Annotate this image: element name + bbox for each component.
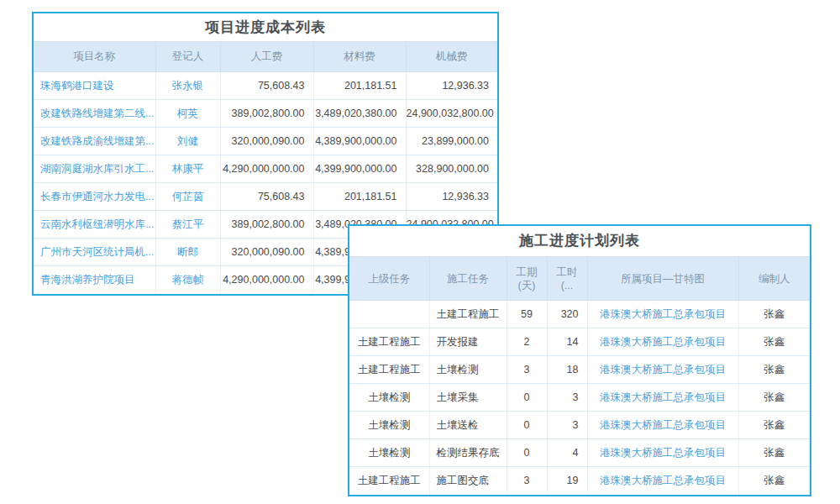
column-header-label: 所属项目—甘特图: [588, 272, 738, 286]
column-header-material-cost: 材料费: [313, 42, 406, 72]
table-row: 改建铁路成渝线增建第... 刘健 320,000,090.00 4,389,90…: [34, 128, 497, 155]
parent-task-cell: [349, 301, 429, 328]
project-gantt-link[interactable]: 港珠澳大桥施工总承包项目: [587, 356, 738, 384]
compiler-cell: 张鑫: [738, 439, 810, 467]
compiler-cell: 张鑫: [738, 384, 810, 412]
project-name-link[interactable]: 云南水利枢纽潜明水库...: [34, 211, 155, 239]
table-row: 改建铁路线增建第二线... 柯英 389,002,800.00 3,489,02…: [34, 100, 497, 128]
compiler-cell: 张鑫: [738, 467, 810, 495]
parent-task-cell: 土建工程施工: [349, 356, 429, 384]
cost-table-header-row: 项目名称 登记人 人工费 材料费 机械费: [34, 42, 497, 72]
project-gantt-link[interactable]: 港珠澳大桥施工总承包项目: [587, 328, 738, 356]
task-name-cell: 施工图交底: [429, 467, 507, 495]
project-name-link[interactable]: 改建铁路线增建第二线...: [34, 100, 155, 128]
task-name-cell: 土壤采集: [429, 384, 507, 412]
registrant-link[interactable]: 柯英: [155, 100, 220, 128]
project-gantt-link[interactable]: 港珠澳大桥施工总承包项目: [587, 412, 738, 439]
machine-cost-value: 328,900,000.00: [406, 155, 497, 183]
labor-cost-value: 389,002,800.00: [220, 100, 313, 128]
labor-cost-value: 389,002,800.00: [220, 211, 313, 239]
schedule-list-title: 施工进度计划列表: [349, 226, 810, 256]
duration-value: 0: [507, 384, 547, 412]
material-cost-value: 3,489,020,380.00: [313, 100, 406, 128]
task-name-cell: 土壤检测: [429, 356, 507, 384]
column-header-label: 工时: [548, 265, 587, 279]
column-header-duration: 工期 (天): [507, 257, 547, 301]
column-header-parent-task: 上级任务: [349, 257, 429, 301]
task-name-cell: 检测结果存底: [429, 439, 507, 467]
column-header-subline: (...: [548, 279, 587, 292]
parent-task-cell: 土壤检测: [349, 384, 429, 412]
compiler-cell: 张鑫: [738, 412, 810, 439]
project-gantt-link[interactable]: 港珠澳大桥施工总承包项目: [587, 301, 738, 328]
hours-value: 320: [547, 301, 587, 328]
labor-cost-value: 320,000,090.00: [220, 239, 313, 266]
duration-value: 0: [507, 439, 547, 467]
labor-cost-value: 75,608.43: [220, 183, 313, 211]
labor-cost-value: 4,290,000,000.00: [220, 266, 313, 294]
column-header-registrant: 登记人: [155, 42, 220, 72]
registrant-link[interactable]: 林康平: [155, 155, 220, 183]
material-cost-value: 4,389,900,000.00: [313, 128, 406, 155]
registrant-link[interactable]: 蔡江平: [155, 211, 220, 239]
duration-value: 3: [507, 356, 547, 384]
registrant-link[interactable]: 断郎: [155, 239, 220, 266]
duration-value: 0: [507, 412, 547, 439]
project-name-link[interactable]: 改建铁路成渝线增建第...: [34, 128, 155, 155]
machine-cost-value: 23,899,000.00: [406, 128, 497, 155]
parent-task-cell: 土壤检测: [349, 412, 429, 439]
hours-value: 18: [547, 356, 587, 384]
duration-value: 59: [507, 301, 547, 328]
registrant-link[interactable]: 何芷茵: [155, 183, 220, 211]
registrant-link[interactable]: 张永银: [155, 72, 220, 100]
registrant-link[interactable]: 刘健: [155, 128, 220, 155]
hours-value: 14: [547, 328, 587, 356]
compiler-cell: 张鑫: [738, 356, 810, 384]
project-gantt-link[interactable]: 港珠澳大桥施工总承包项目: [587, 384, 738, 412]
parent-task-cell: 土建工程施工: [349, 328, 429, 356]
cost-list-title: 项目进度成本列表: [34, 13, 497, 41]
project-name-link[interactable]: 青海洪湖养护院项目: [34, 266, 155, 294]
project-name-link[interactable]: 湖南洞庭湖水库引水工...: [34, 155, 155, 183]
column-header-label: 上级任务: [349, 272, 429, 286]
project-gantt-link[interactable]: 港珠澳大桥施工总承包项目: [587, 439, 738, 467]
material-cost-value: 201,181.51: [313, 183, 406, 211]
table-row: 湖南洞庭湖水库引水工... 林康平 4,290,000,000.00 4,399…: [34, 155, 497, 183]
task-name-cell: 土壤送检: [429, 412, 507, 439]
column-header-labor-cost: 人工费: [220, 42, 313, 72]
duration-value: 3: [507, 467, 547, 495]
compiler-cell: 张鑫: [738, 328, 810, 356]
table-row: 长春市伊通河水力发电... 何芷茵 75,608.43 201,181.51 1…: [34, 183, 497, 211]
column-header-label: 施工任务: [430, 272, 507, 286]
table-row: 土壤检测 土壤送检 0 3 港珠澳大桥施工总承包项目 张鑫: [349, 412, 810, 439]
parent-task-cell: 土建工程施工: [349, 467, 429, 495]
table-row: 土壤检测 土壤采集 0 3 港珠澳大桥施工总承包项目 张鑫: [349, 384, 810, 412]
project-name-link[interactable]: 广州市天河区统计局机...: [34, 239, 155, 266]
hours-value: 4: [547, 439, 587, 467]
compiler-cell: 张鑫: [738, 301, 810, 328]
registrant-link[interactable]: 蒋德帧: [155, 266, 220, 294]
task-name-cell: 开发报建: [429, 328, 507, 356]
table-row: 土建工程施工 59 320 港珠澳大桥施工总承包项目 张鑫: [349, 301, 810, 328]
hours-value: 19: [547, 467, 587, 495]
column-header-project-name: 项目名称: [34, 42, 155, 72]
column-header-task: 施工任务: [429, 257, 507, 301]
column-header-subline: (天): [507, 279, 547, 292]
machine-cost-value: 12,936.33: [406, 183, 497, 211]
project-name-link[interactable]: 珠海鹤港口建设: [34, 72, 155, 100]
column-header-label: 工期: [507, 265, 547, 279]
task-name-cell: 土建工程施工: [429, 301, 507, 328]
schedule-table-header-row: 上级任务 施工任务 工期 (天) 工时 (... 所属项目—甘特图 编制人: [349, 257, 810, 301]
table-row: 土建工程施工 开发报建 2 14 港珠澳大桥施工总承包项目 张鑫: [349, 328, 810, 356]
hours-value: 3: [547, 412, 587, 439]
labor-cost-value: 4,290,000,000.00: [220, 155, 313, 183]
project-name-link[interactable]: 长春市伊通河水力发电...: [34, 183, 155, 211]
column-header-project-gantt: 所属项目—甘特图: [587, 257, 738, 301]
column-header-machine-cost: 机械费: [406, 42, 497, 72]
labor-cost-value: 320,000,090.00: [220, 128, 313, 155]
material-cost-value: 201,181.51: [313, 72, 406, 100]
column-header-hours: 工时 (...: [547, 257, 587, 301]
column-header-compiler: 编制人: [738, 257, 810, 301]
project-gantt-link[interactable]: 港珠澳大桥施工总承包项目: [587, 467, 738, 495]
hours-value: 3: [547, 384, 587, 412]
